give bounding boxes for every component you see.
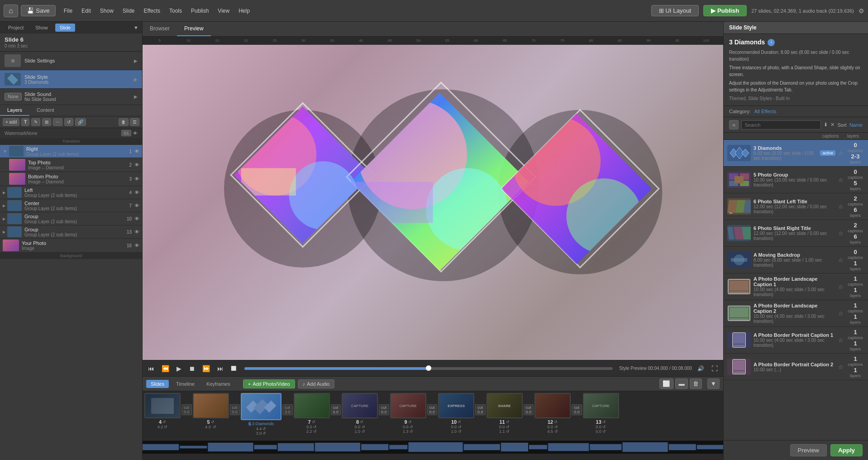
menu-help[interactable]: Help <box>237 7 252 15</box>
layer-center[interactable]: ▶ Center Group Layer (2 sub items) 7 👁 <box>0 199 142 212</box>
menu-edit[interactable]: Edit <box>80 7 93 15</box>
expand-arrow[interactable]: ▼ <box>134 25 138 30</box>
layer-left[interactable]: ▶ Left Group Layer (2 sub items) 4 👁 <box>0 186 142 199</box>
info-icon[interactable]: i <box>768 39 775 46</box>
style-item-6-slant-left[interactable]: Title 6 Photo Slant Left Title 12.00 sec… <box>724 193 868 220</box>
slide-thumb-9[interactable]: CAPTURE <box>390 393 426 418</box>
rewind-btn[interactable]: ⏪ <box>160 364 171 373</box>
layer-center-eye[interactable]: 👁 <box>134 203 139 208</box>
menu-show[interactable]: Show <box>98 7 115 15</box>
star-6-slant-left[interactable]: ☆ <box>838 203 844 210</box>
slide-settings-item[interactable]: ⚙ Slide Settings ▶ <box>0 52 142 70</box>
undo-7[interactable]: ↺ <box>312 420 315 424</box>
publish-button[interactable]: ▶ Publish <box>703 5 747 16</box>
tl-rect-btn[interactable]: ▬ <box>675 379 687 389</box>
tab-browser[interactable]: Browser <box>143 22 177 36</box>
layer-right[interactable]: ▼ Right Group Layer (2 sub items) 1 👁 <box>0 145 142 158</box>
slide-thumb-6[interactable] <box>241 393 281 420</box>
save-button[interactable]: 💾 Save <box>21 5 56 16</box>
menu-publish[interactable]: Publish <box>189 7 210 15</box>
refresh-4[interactable]: ↺ <box>164 425 167 429</box>
add-audio-btn[interactable]: ♪ Add Audio <box>298 379 335 388</box>
style-item-moving-backdrop[interactable]: A Moving Backdrop 8.00 sec (8.00 sec sli… <box>724 247 868 273</box>
slide-sound-item[interactable]: None Slide Sound No Slide Sound ▶ <box>0 89 142 105</box>
download-icon[interactable]: ⬇ <box>824 122 828 128</box>
tl-delete-btn[interactable]: 🗑 <box>690 379 702 389</box>
skip-start-btn[interactable]: ⏮ <box>146 364 156 373</box>
tl-tab-slides[interactable]: Slides <box>146 380 169 388</box>
slide-thumb-13[interactable]: CAPTURE <box>583 393 619 418</box>
star-border-portrait-2[interactable]: ☆ <box>838 364 844 370</box>
skip-end-btn[interactable]: ⏭ <box>215 364 225 373</box>
tab-content[interactable]: Content <box>29 105 62 116</box>
layer-your-photo[interactable]: Your Photo Image 16 👁 <box>0 239 142 253</box>
layer-bottom-photo[interactable]: Bottom Photo Image – Diamond 3 👁 <box>0 172 142 186</box>
undo-6[interactable]: ↺ <box>262 431 266 436</box>
slide-thumb-7[interactable] <box>294 393 330 418</box>
layer-top-photo-eye[interactable]: 👁 <box>134 162 139 168</box>
tl-tab-keyframes[interactable]: Keyframes <box>202 380 235 388</box>
layer-top-photo[interactable]: Top Photo Image – Diamond 2 👁 <box>0 158 142 172</box>
menu-slide[interactable]: Slide <box>121 7 137 15</box>
star-3-diamonds[interactable]: ☆ <box>838 150 844 157</box>
refresh-5[interactable]: ↺ <box>213 425 216 429</box>
style-item-border-portrait-1[interactable]: A Photo Border Portrait Caption 1 10.00 … <box>724 327 868 354</box>
layer-group2-eye[interactable]: 👁 <box>134 229 139 235</box>
slide-style-item[interactable]: Slide Style 3 Diamonds ▶ <box>0 70 142 89</box>
style-item-border-landscape-2[interactable]: A Photo Border Landscape Caption 2 10.00… <box>724 300 868 327</box>
tab-preview[interactable]: Preview <box>177 22 211 36</box>
category-value[interactable]: All Effects <box>754 109 777 114</box>
menu-tools[interactable]: Tools <box>167 7 184 15</box>
rotate-btn[interactable]: ↺ <box>64 118 73 126</box>
volume-btn[interactable]: 🔊 <box>696 364 706 373</box>
text-tool-btn[interactable]: T <box>21 118 29 126</box>
style-item-border-portrait-2[interactable]: A Photo Border Portrait Caption 2 10.00 … <box>724 354 868 380</box>
apply-style-btn[interactable]: Apply <box>830 444 863 456</box>
star-5-photo[interactable]: ☆ <box>838 177 844 183</box>
preview-style-btn[interactable]: Preview <box>790 444 827 456</box>
menu-effects[interactable]: Effects <box>142 7 162 15</box>
sort-value[interactable]: Name <box>849 122 863 128</box>
menu-view[interactable]: View <box>216 7 231 15</box>
collapse-btn[interactable]: « <box>729 120 739 129</box>
forward-btn[interactable]: ⏩ <box>200 364 212 373</box>
add-layer-btn[interactable]: + add <box>3 118 19 126</box>
grid-tool-btn[interactable]: ⊞ <box>42 118 51 126</box>
slide-thumb-11[interactable]: SHARE <box>486 393 523 418</box>
style-item-6-slant-right[interactable]: 6 Photo Slant Right Title 12.00 sec (12.… <box>724 220 868 247</box>
settings-icon[interactable]: ⚙ <box>858 7 864 14</box>
home-button[interactable]: ⌂ <box>4 5 18 17</box>
close-search-icon[interactable]: ✕ <box>830 122 835 128</box>
layer-group1[interactable]: ▶ Group Group Layer (2 sub items) 10 👁 <box>0 212 142 225</box>
add-photo-btn[interactable]: + Add Photo/Video <box>243 379 295 388</box>
tab-layers[interactable]: Layers <box>0 105 29 116</box>
more-tool-btn[interactable]: ··· <box>53 118 62 126</box>
tab-slide[interactable]: Slide <box>55 24 75 32</box>
tab-show[interactable]: Show <box>31 24 52 32</box>
play-btn[interactable]: ▶ <box>175 364 183 373</box>
star-6-slant-right[interactable]: ☆ <box>838 230 844 237</box>
star-moving-backdrop[interactable]: ☆ <box>838 257 844 264</box>
fullscreen-btn[interactable]: ⛶ <box>710 364 720 373</box>
tl-collapse-btn[interactable]: ▼ <box>707 379 720 389</box>
style-item-5-photo-group[interactable]: 5 Photo Group 10.00 sec (10.00 sec slide… <box>724 167 868 193</box>
menu-layer-btn[interactable]: ☰ <box>130 118 139 126</box>
fullscreen-small-btn[interactable]: ⬜ <box>229 365 238 372</box>
star-border-portrait-1[interactable]: ☆ <box>838 337 844 344</box>
slide-thumb-10[interactable]: EXPRESS <box>438 393 474 418</box>
star-border-landscape-2[interactable]: ☆ <box>838 310 844 317</box>
tab-project[interactable]: Project <box>4 24 28 32</box>
undo-4[interactable]: ↺ <box>162 420 166 424</box>
slide-thumb-12[interactable] <box>534 393 571 418</box>
layer-right-eye[interactable]: 👁 <box>134 149 139 154</box>
layer-your-photo-eye[interactable]: 👁 <box>134 243 139 248</box>
layer-left-eye[interactable]: 👁 <box>134 190 139 195</box>
progress-bar[interactable] <box>244 367 613 370</box>
layer-group2[interactable]: ▶ Group Group Layer (2 sub items) 13 👁 <box>0 225 142 239</box>
slide-thumb-4[interactable] <box>144 393 181 418</box>
slide-thumb-8[interactable]: CAPTURE <box>342 393 378 418</box>
menu-file[interactable]: File <box>62 7 74 15</box>
delete-layer-btn[interactable]: 🗑 <box>119 118 129 126</box>
style-item-3-diamonds[interactable]: 3 Diamonds 8.00 sec (8.00 sec slide / 0.… <box>724 140 868 167</box>
edit-tool-btn[interactable]: ✎ <box>31 118 40 126</box>
